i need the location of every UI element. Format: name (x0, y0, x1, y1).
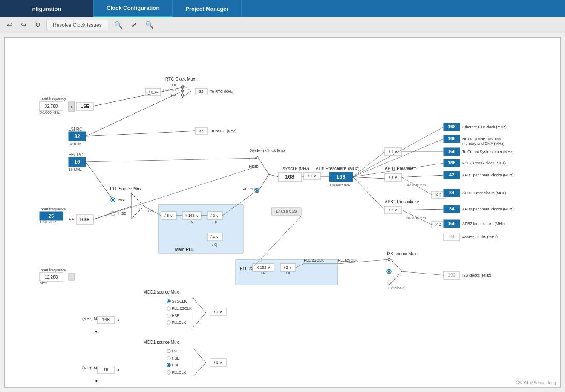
svg-text:HSI: HSI (172, 363, 178, 367)
svg-point-37 (181, 94, 182, 96)
svg-text:HSE: HSE (80, 217, 90, 222)
svg-text:MCO1 source Mux: MCO1 source Mux (143, 340, 179, 345)
svg-text:memory and DMA (MHz): memory and DMA (MHz) (462, 141, 504, 146)
svg-text:APB2 timer clocks (MHz): APB2 timer clocks (MHz) (462, 222, 505, 226)
svg-text:84: 84 (449, 234, 454, 239)
svg-text:16: 16 (103, 367, 108, 372)
svg-text:APB1 peripheral clocks (MHz): APB1 peripheral clocks (MHz) (462, 173, 513, 177)
svg-text:/ P: / P (212, 220, 217, 225)
svg-text:/ 2  ∨: / 2 ∨ (210, 213, 219, 218)
svg-text:168: 168 (285, 173, 294, 180)
svg-text:To Cortex System timer (MHz): To Cortex System timer (MHz) (462, 150, 514, 154)
svg-text:PLLI2S: PLLI2S (240, 266, 254, 271)
watermark: CSDN-@Sense_long (516, 380, 556, 385)
svg-text:SYSCLK: SYSCLK (172, 299, 187, 303)
undo-button[interactable]: ↩ (4, 19, 15, 31)
svg-text:PLLI2SCLK: PLLI2SCLK (304, 258, 324, 262)
svg-text:To IWDG (KHz): To IWDG (KHz) (210, 129, 236, 133)
svg-text:84: 84 (449, 190, 455, 195)
svg-point-146 (388, 270, 390, 273)
nav-clock-config[interactable]: Clock Configuration (94, 0, 173, 17)
top-nav: nfiguration Clock Configuration Project … (0, 0, 565, 17)
svg-text:◄: ◄ (94, 329, 98, 334)
svg-text:/ R: / R (286, 271, 290, 275)
svg-text:X 2: X 2 (435, 222, 441, 227)
svg-text:168: 168 (448, 124, 455, 129)
svg-text:/ 2  ∨: / 2 ∨ (389, 208, 398, 212)
svg-point-176 (168, 364, 170, 366)
zoom-out-button[interactable]: 🔍 (143, 19, 156, 31)
svg-text:/ 1  ∨: / 1 ∨ (214, 310, 222, 314)
svg-text:168: 168 (448, 149, 455, 154)
svg-text:16 MHz: 16 MHz (69, 167, 82, 172)
svg-text:Input frequency: Input frequency (40, 96, 66, 101)
zoom-in-button[interactable]: 🔍 (112, 19, 125, 31)
svg-text:/ 4  ∨: / 4 ∨ (210, 235, 219, 239)
expand-button[interactable]: ⤢ (129, 19, 139, 31)
svg-text:0-1000 KHz: 0-1000 KHz (40, 110, 60, 115)
svg-text:I2S source Mux: I2S source Mux (387, 251, 416, 256)
svg-text:PLL Source Mux: PLL Source Mux (110, 187, 141, 191)
clock-diagram-svg: Input frequency 32.768 0-1000 KHz ▶ LSE … (5, 38, 560, 387)
nav-project-manager[interactable]: Project Manager (173, 0, 242, 17)
svg-text:X 168 ∨: X 168 ∨ (184, 213, 199, 218)
svg-text:32: 32 (199, 129, 203, 133)
svg-text:HCLK (MHz): HCLK (MHz) (335, 166, 360, 171)
svg-text:48MHz clocks (MHz): 48MHz clocks (MHz) (462, 235, 498, 239)
svg-text:PLLI2SCLK: PLLI2SCLK (172, 306, 192, 311)
svg-text:* N: * N (261, 271, 265, 275)
svg-text:168: 168 (448, 136, 455, 141)
svg-text:Input frequency: Input frequency (40, 207, 66, 211)
svg-text:* N: * N (188, 220, 194, 225)
toolbar: ↩ ↪ ↻ Resolve Clock Issues 🔍 ⤢ 🔍 (0, 17, 565, 33)
svg-text:HSI: HSI (118, 198, 125, 202)
svg-text:HSE: HSE (172, 314, 180, 318)
resolve-clock-issues-button[interactable]: Resolve Clock Issues (46, 20, 108, 30)
svg-text:HSE: HSE (118, 211, 127, 216)
svg-text:/ 2  ∨: / 2 ∨ (284, 265, 292, 270)
svg-text:HSI RC: HSI RC (69, 153, 83, 157)
svg-text:32.768: 32.768 (45, 104, 58, 109)
svg-text:System Clock Mux: System Clock Mux (250, 148, 285, 153)
svg-text:Main PLL: Main PLL (175, 247, 194, 252)
svg-text:HSE_RTC: HSE_RTC (163, 88, 179, 92)
svg-text:SYSCLK (MHz): SYSCLK (MHz) (282, 167, 309, 171)
svg-text:▶▶: ▶▶ (69, 217, 75, 221)
svg-text:Ethernet PTP clock (MHz): Ethernet PTP clock (MHz) (462, 125, 507, 129)
svg-text:◄: ◄ (116, 318, 120, 322)
svg-text:42 MHz max: 42 MHz max (407, 183, 426, 187)
svg-text:HCLK to AHB bus, core,: HCLK to AHB bus, core, (462, 137, 504, 141)
svg-text:Input frequency: Input frequency (40, 268, 66, 272)
svg-text:PLLI2SCLK: PLLI2SCLK (338, 258, 358, 262)
svg-text:12.288: 12.288 (45, 275, 58, 280)
svg-text:32: 32 (199, 89, 203, 94)
svg-text:MCO2 source Mux: MCO2 source Mux (143, 290, 179, 294)
refresh-button[interactable]: ↻ (32, 19, 43, 31)
svg-text:32: 32 (74, 133, 80, 139)
svg-rect-28 (69, 274, 75, 280)
nav-configuration[interactable]: nfiguration (0, 0, 94, 17)
svg-text:PLLCLK: PLLCLK (172, 320, 186, 325)
svg-text:◄: ◄ (94, 379, 98, 383)
main-area: Input frequency 32.768 0-1000 KHz ▶ LSE … (0, 33, 565, 392)
svg-text:168: 168 (448, 160, 455, 165)
svg-text:APB1 Timer clocks (MHz): APB1 Timer clocks (MHz) (462, 191, 506, 195)
svg-text:42: 42 (449, 172, 454, 177)
svg-text:MHz: MHz (40, 281, 48, 285)
svg-text:FCLK Cortex clock (MHz): FCLK Cortex clock (MHz) (462, 161, 506, 165)
svg-text:X 192 ∨: X 192 ∨ (256, 265, 270, 270)
svg-text:◄: ◄ (116, 368, 120, 372)
svg-text:84: 84 (449, 206, 455, 211)
svg-text:Enable CSS: Enable CSS (276, 209, 297, 213)
svg-text:32 KHz: 32 KHz (69, 142, 81, 146)
redo-button[interactable]: ↪ (18, 19, 29, 31)
svg-text:1-50 MHz: 1-50 MHz (40, 220, 57, 224)
svg-text:/ Q: / Q (212, 242, 217, 247)
svg-text:X 2: X 2 (435, 193, 441, 197)
svg-text:25: 25 (49, 213, 54, 219)
svg-text:16: 16 (74, 159, 80, 165)
svg-text:84 MHz max: 84 MHz max (407, 216, 426, 220)
svg-text:LSE: LSE (170, 84, 176, 87)
svg-text:PLLCLK: PLLCLK (172, 370, 186, 375)
svg-text:168: 168 (336, 173, 346, 180)
